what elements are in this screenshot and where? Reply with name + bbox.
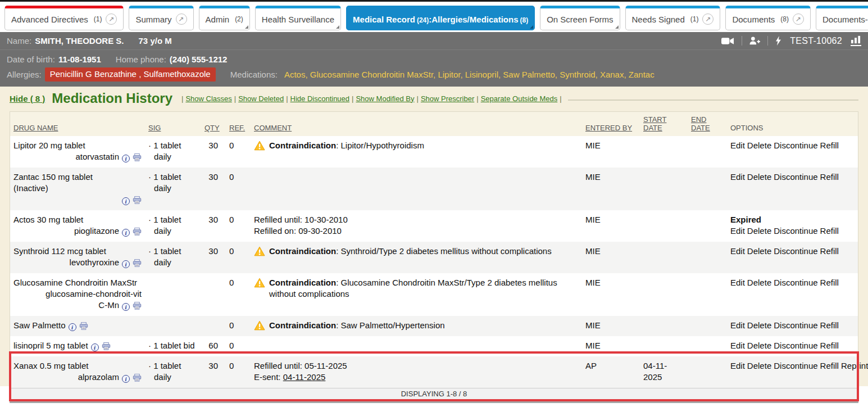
- discontinue-link[interactable]: Discontinue: [774, 278, 817, 287]
- medication-link[interactable]: Lisinopril: [465, 70, 498, 79]
- flowsheet-chart-icon[interactable]: [851, 35, 861, 46]
- col-entered-by[interactable]: ENTERED BY: [582, 112, 640, 136]
- external-link-icon[interactable]: ↗: [176, 13, 187, 25]
- refill-link[interactable]: Refill: [820, 246, 839, 256]
- edit-link[interactable]: Edit: [730, 246, 745, 256]
- print-icon[interactable]: [133, 196, 142, 207]
- discontinue-link[interactable]: Discontinue: [774, 320, 817, 330]
- delete-link[interactable]: Delete: [747, 246, 771, 256]
- hide-discontinued-link[interactable]: Hide Discontinued: [290, 94, 350, 103]
- col-drug-name[interactable]: DRUG NAME: [10, 112, 145, 136]
- row-options: EditDeleteDiscontinueRefill: [727, 136, 858, 168]
- delete-link[interactable]: Delete: [747, 172, 771, 182]
- add-person-icon[interactable]: [749, 37, 760, 45]
- show-classes-link[interactable]: Show Classes: [185, 94, 231, 103]
- medication-link[interactable]: Lipitor: [438, 70, 460, 79]
- tab-count: (1): [94, 15, 102, 23]
- tab-admin[interactable]: Admin(2): [199, 6, 250, 30]
- drug-info-icon[interactable]: i: [69, 323, 76, 331]
- esent-date-link[interactable]: 04-11-2025: [283, 372, 326, 382]
- col-comment[interactable]: COMMENT: [251, 112, 582, 136]
- edit-link[interactable]: Edit: [730, 141, 745, 150]
- col-start-date[interactable]: START DATE: [640, 112, 688, 136]
- edit-link[interactable]: Edit: [730, 320, 745, 330]
- delete-link[interactable]: Delete: [747, 341, 771, 350]
- allergies-badge[interactable]: Penicillin G Benzathine , Sulfamethoxazo…: [45, 67, 216, 82]
- print-icon[interactable]: [79, 322, 88, 333]
- drug-info-icon[interactable]: i: [122, 197, 130, 205]
- tab-needs-signed[interactable]: Needs Signed(1) ↗: [625, 6, 721, 30]
- tab-advanced-directives[interactable]: Advanced Directives(1) ↗: [4, 6, 124, 30]
- drug-info-icon[interactable]: i: [122, 375, 130, 383]
- tab-on-screen-forms[interactable]: On Screen Forms: [540, 6, 620, 30]
- tab-documents-dv[interactable]: Documents-DV ↗: [816, 6, 868, 30]
- medication-link[interactable]: Actos: [284, 70, 306, 79]
- discontinue-link[interactable]: Discontinue: [774, 361, 817, 370]
- discontinue-link[interactable]: Discontinue: [774, 341, 817, 350]
- delete-link[interactable]: Delete: [747, 141, 771, 150]
- show-modified-by-link[interactable]: Show Modified By: [356, 94, 414, 103]
- divider: [742, 36, 742, 46]
- edit-link[interactable]: Edit: [730, 226, 745, 236]
- sig-text: · 1 tablet daily: [148, 140, 198, 162]
- medication-link[interactable]: Xanax: [600, 70, 624, 79]
- delete-link[interactable]: Delete: [747, 278, 771, 287]
- edit-link[interactable]: Edit: [730, 172, 745, 182]
- drug-info-icon[interactable]: i: [91, 343, 99, 351]
- print-icon[interactable]: [133, 301, 142, 313]
- discontinue-link[interactable]: Discontinue: [774, 141, 817, 150]
- print-icon[interactable]: [133, 259, 142, 270]
- discontinue-link[interactable]: Discontinue: [774, 246, 817, 256]
- drug-info-icon[interactable]: i: [122, 155, 130, 162]
- discontinue-link[interactable]: Discontinue: [774, 172, 817, 182]
- print-icon[interactable]: [133, 227, 142, 238]
- col-end-date[interactable]: END DATE: [688, 112, 727, 136]
- col-qty[interactable]: QTY: [201, 112, 226, 136]
- delete-link[interactable]: Delete: [747, 226, 771, 236]
- medication-link[interactable]: Saw Palmetto: [503, 70, 555, 79]
- print-icon[interactable]: [102, 342, 111, 353]
- tab-documents[interactable]: Documents(8) ↗: [725, 6, 811, 30]
- edit-link[interactable]: Edit: [730, 341, 745, 350]
- medication-link[interactable]: Glucosamine Chondroitin MaxStr: [310, 70, 433, 79]
- external-link-icon[interactable]: ↗: [702, 13, 714, 25]
- show-prescriber-link[interactable]: Show Prescriber: [421, 94, 474, 103]
- print-icon[interactable]: [133, 153, 142, 164]
- print-icon[interactable]: [133, 373, 142, 385]
- delete-link[interactable]: Delete: [747, 320, 771, 330]
- col-ref[interactable]: REF.: [226, 112, 251, 136]
- drug-info-icon[interactable]: i: [122, 303, 130, 311]
- tab-label: Documents-DV: [822, 15, 868, 24]
- refill-link[interactable]: Refill: [820, 278, 839, 287]
- edit-link[interactable]: Edit: [730, 361, 745, 370]
- tab-label: Needs Signed: [632, 15, 685, 24]
- external-link-icon[interactable]: ↗: [106, 13, 117, 25]
- medication-link[interactable]: Synthroid: [560, 70, 595, 79]
- show-deleted-link[interactable]: Show Deleted: [238, 94, 284, 103]
- tab-medical-record-active[interactable]: Medical Record(24):Allergies/Medications…: [346, 6, 535, 30]
- tab-health-surveillance[interactable]: Health Surveillance: [255, 6, 341, 30]
- allergies-label: Allergies:: [7, 69, 42, 81]
- edit-link[interactable]: Edit: [730, 278, 745, 287]
- refill-link[interactable]: Refill: [820, 361, 839, 370]
- hide-link[interactable]: Hide ( 8 ): [10, 94, 45, 103]
- col-sig[interactable]: SIG: [145, 112, 201, 136]
- lightning-icon[interactable]: [775, 36, 781, 46]
- medication-link[interactable]: Zantac: [629, 70, 655, 79]
- delete-link[interactable]: Delete: [747, 361, 771, 370]
- video-call-icon[interactable]: [721, 37, 734, 45]
- discontinue-link[interactable]: Discontinue: [774, 226, 817, 236]
- separate-outside-meds-link[interactable]: Separate Outside Meds: [481, 94, 558, 103]
- phone-label: Home phone:: [116, 53, 166, 66]
- reprint-link[interactable]: Reprint: [841, 361, 868, 370]
- refill-link[interactable]: Refill: [820, 341, 839, 350]
- refill-link[interactable]: Refill: [820, 172, 839, 182]
- refill-link[interactable]: Refill: [820, 320, 839, 330]
- external-link-icon[interactable]: ↗: [793, 13, 804, 25]
- refill-link[interactable]: Refill: [820, 226, 839, 236]
- refill-link[interactable]: Refill: [820, 141, 839, 150]
- tab-summary[interactable]: Summary ↗: [129, 6, 193, 30]
- drug-info-icon[interactable]: i: [122, 260, 130, 268]
- entered-by-value: MIE: [582, 273, 640, 316]
- drug-info-icon[interactable]: i: [122, 229, 130, 237]
